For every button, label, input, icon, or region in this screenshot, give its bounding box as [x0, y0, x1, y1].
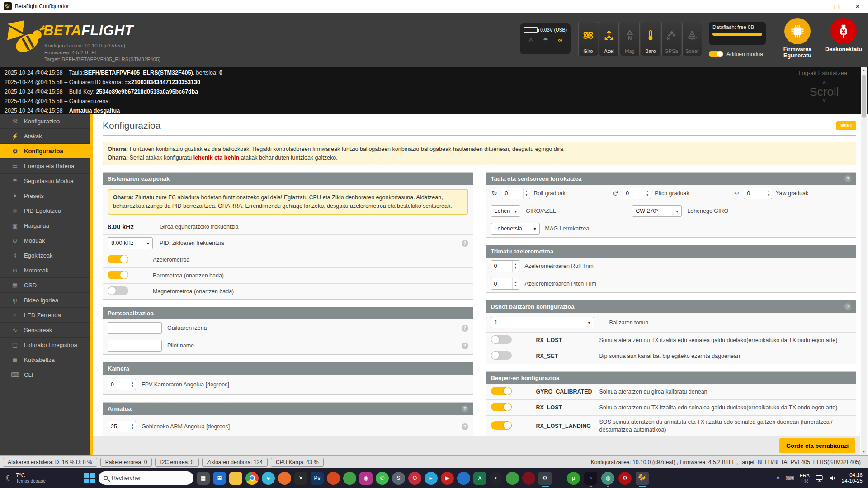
roll-graduak-stepper[interactable]: ▲▼	[502, 188, 530, 199]
update-firmware-button[interactable]: Firmwarea Eguneratu	[776, 18, 819, 59]
save-and-reboot-button[interactable]: Gorde eta berrabiarazi	[779, 438, 855, 453]
speaker-icon[interactable]	[829, 475, 836, 482]
task-view-icon[interactable]: ▦	[197, 472, 210, 485]
sidebar-item-moduak[interactable]: ⊜Moduak	[0, 233, 90, 248]
sidebar-item-presets[interactable]: ✦Presets	[0, 188, 90, 203]
azelerometroa-toggle[interactable]	[108, 255, 128, 263]
youtube-icon[interactable]: ▶	[441, 472, 454, 485]
firefox-icon[interactable]	[278, 472, 291, 485]
beeper-rx-lost-landing-toggle[interactable]	[491, 421, 512, 430]
brave-icon[interactable]	[327, 472, 340, 485]
mag-align-select[interactable]: Lehenetsia▾	[491, 223, 540, 235]
first-gyro-align-select[interactable]: CW 270°▾	[632, 205, 682, 217]
craft-name-input[interactable]	[108, 322, 162, 334]
taskbar-search-box[interactable]: Rechercher	[99, 471, 193, 485]
sidebar-item-kutxabeltza[interactable]: ◼Kutxabeltza	[0, 352, 90, 367]
help-icon[interactable]: ?	[462, 343, 468, 349]
weather-widget[interactable]: ☾ 7°C Temps dégagé	[0, 473, 84, 484]
hide-logs-link[interactable]: Log-ak Eskutatzea	[798, 70, 847, 76]
help-icon[interactable]: ?	[462, 423, 468, 430]
stepper-arrows-icon[interactable]: ▲▼	[523, 188, 530, 199]
yaw-graduak-stepper[interactable]: ▲▼	[744, 188, 772, 199]
help-icon[interactable]: ?	[462, 325, 468, 332]
beeper-gyro-calibrated-toggle[interactable]	[491, 387, 512, 395]
stepper-arrows-icon[interactable]: ▲▼	[644, 188, 651, 199]
sidebar-item-cli[interactable]: ⌨CLI	[0, 367, 90, 382]
dshot-rx-set-toggle[interactable]	[491, 351, 512, 360]
sidebar-item-konfigurazioa[interactable]: ⚒Konfigurazioa	[0, 114, 90, 129]
beeper-rx-lost-toggle[interactable]	[491, 403, 512, 411]
red-gear-app-icon[interactable]: ⚙	[618, 472, 632, 485]
betaflight-icon[interactable]	[636, 472, 649, 485]
help-icon[interactable]: ?	[462, 240, 468, 247]
accel-roll-trim-stepper[interactable]: ▲▼	[491, 260, 519, 272]
start-button-icon[interactable]	[84, 472, 95, 484]
opera-gx-icon[interactable]	[522, 472, 535, 485]
taskbar-clock[interactable]: 04:1624-10-25	[842, 472, 863, 484]
sidebar-item-sensoreak[interactable]: ∿Sensoreak	[0, 323, 90, 338]
tray-chevron-up-icon[interactable]: ^	[777, 475, 779, 482]
stepper-arrows-icon[interactable]: ▲▼	[765, 188, 772, 199]
barometroa-onartzen-bada-toggle[interactable]	[108, 271, 128, 279]
chrome-icon[interactable]	[245, 472, 259, 485]
paint-icon[interactable]	[457, 472, 470, 485]
dshot-rx-lost-toggle[interactable]	[491, 335, 512, 344]
whatsapp-icon[interactable]: ✆	[376, 472, 389, 485]
sidebar-item-motoreak[interactable]: ⊙Motoreak	[0, 263, 90, 278]
clock-app-icon[interactable]: ◔	[584, 472, 597, 485]
scroll-up-arrow-icon[interactable]: ▲	[861, 67, 867, 73]
display-network-icon[interactable]	[816, 475, 823, 482]
stepper-arrows-icon[interactable]: ▲▼	[512, 261, 519, 272]
sidebar-item-osd[interactable]: ▦OSD	[0, 278, 90, 293]
maximize-icon[interactable]: ▢	[826, 0, 847, 13]
expert-mode-toggle[interactable]	[709, 51, 723, 57]
beacon-tone-select[interactable]: 1▾	[491, 317, 594, 328]
shazam-icon[interactable]: S	[392, 472, 405, 485]
sidebar-item-loturako-erregistroa[interactable]: ▤Loturako Erregistroa	[0, 338, 90, 352]
sidebar-item-led-zerrenda[interactable]: ♆LED Zerrenda	[0, 308, 90, 323]
expert-mode-control[interactable]: Adituen modua	[709, 51, 763, 57]
magnetometroa-onartzen-bada-toggle[interactable]	[108, 286, 128, 295]
folder-icon[interactable]	[229, 472, 242, 485]
sidebar-item-egokitzeak[interactable]: ♯Egokitzeak	[0, 248, 90, 263]
help-icon[interactable]: ?	[462, 405, 468, 412]
stepper-arrows-icon[interactable]: ▲▼	[129, 379, 136, 390]
instagram-icon[interactable]: ◉	[359, 472, 373, 485]
opera-icon[interactable]: O	[408, 472, 421, 485]
arm-angle-stepper[interactable]: ▲▼	[108, 421, 136, 432]
close-icon[interactable]: ✕	[847, 0, 868, 13]
sidebar-item-atakak[interactable]: ⚡Atakak	[0, 129, 90, 144]
sidebar-item-bideo-igorlea[interactable]: ψBideo igorlea	[0, 293, 90, 308]
sidebar-item-konfigurazioa[interactable]: ⚙Konfigurazioa	[0, 144, 90, 159]
camera-angle-stepper[interactable]: ▲▼	[108, 379, 136, 390]
sidebar-item-pid-egokitzea[interactable]: ⚛PID Egokitzea	[0, 203, 90, 218]
moon-app-icon[interactable]: ◐	[490, 472, 503, 485]
edge-icon[interactable]: e	[262, 472, 275, 485]
scroll-down-arrow-icon[interactable]: ▼	[861, 448, 867, 455]
store-icon[interactable]: ⊞	[213, 472, 226, 485]
x-app-icon[interactable]: ✕	[294, 472, 307, 485]
radio-app-icon[interactable]: ◍	[601, 472, 614, 485]
help-icon[interactable]: ?	[844, 303, 851, 310]
accel-pitch-trim-stepper[interactable]: ▲▼	[491, 278, 519, 290]
sidebar-item-segurtasun-modua[interactable]: ☂Segurtasun Modua	[0, 174, 90, 188]
settings-gear-icon[interactable]: ⚙	[538, 472, 552, 485]
keyboard-icon[interactable]: ⌨	[785, 475, 794, 482]
sidebar-item-energia-eta-bateria[interactable]: ▭Energia eta Bateria	[0, 159, 90, 174]
log-scroll-control[interactable]: ˄ Scroll ˅	[804, 80, 844, 103]
help-icon[interactable]: ?	[844, 175, 851, 182]
pid-frequency-select[interactable]: 8.00 kHz▾	[108, 237, 153, 249]
leaf-app-icon[interactable]	[506, 472, 519, 485]
gyro-accel-align-select[interactable]: Lehen▾	[491, 205, 521, 217]
scrollbar-thumb[interactable]	[862, 75, 866, 118]
wiki-button[interactable]: WIKI	[836, 121, 856, 130]
photoshop-icon[interactable]: Ps	[311, 472, 324, 485]
sidebar-item-hargailua[interactable]: ▣Hargailua	[0, 218, 90, 233]
utorrent-icon[interactable]: µ	[567, 472, 580, 485]
pitch-graduak-stepper[interactable]: ▲▼	[623, 188, 651, 199]
pilot-name-input[interactable]	[108, 340, 162, 352]
minimize-icon[interactable]: –	[806, 0, 826, 13]
disconnect-button[interactable]: Deskonektatu	[822, 18, 865, 52]
telegram-icon[interactable]: ▸	[425, 472, 438, 485]
stepper-arrows-icon[interactable]: ▲▼	[512, 278, 519, 289]
